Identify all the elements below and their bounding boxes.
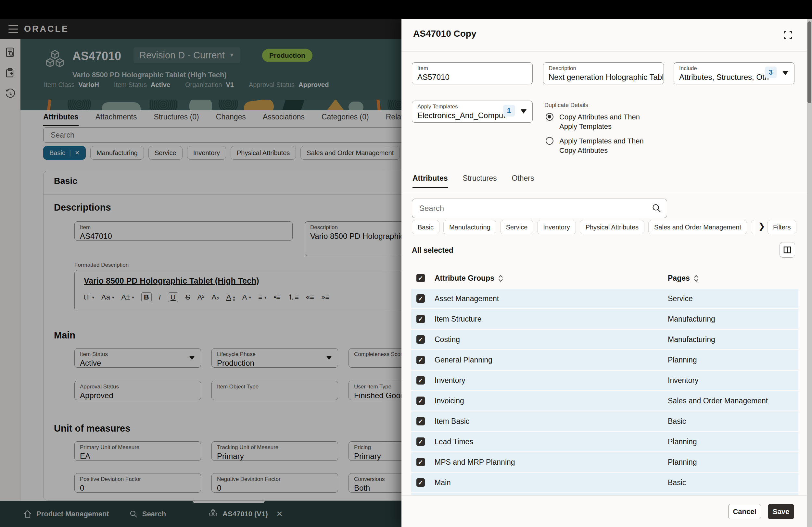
font-color-button[interactable]: A▾ xyxy=(227,293,235,301)
chip-sales-order-mgmt[interactable]: Sales and Order Management xyxy=(648,220,747,234)
history-icon[interactable] xyxy=(4,88,16,99)
highlight-button[interactable]: A▾ xyxy=(242,293,251,301)
font-size-button[interactable]: A±▾ xyxy=(121,293,134,301)
description-field[interactable]: Description Vario 8500 PD Holographic Ta… xyxy=(305,221,402,256)
table-row[interactable]: ✓ Main Basic xyxy=(411,473,798,492)
search-icon[interactable] xyxy=(652,203,661,214)
chip-physical-attributes[interactable]: Physical Attributes xyxy=(231,146,296,160)
sort-icon[interactable] xyxy=(498,274,503,282)
outdent-button[interactable]: «≡ xyxy=(306,293,314,301)
row-checkbox[interactable]: ✓ xyxy=(416,458,425,466)
clipboard-upload-icon[interactable] xyxy=(4,67,16,78)
italic-button[interactable]: I xyxy=(159,293,161,301)
taskbar-home[interactable]: Product Management xyxy=(24,510,109,518)
drawer-search-input[interactable] xyxy=(412,199,667,218)
table-row[interactable]: ✓ Asset Management Service xyxy=(411,289,798,308)
tab-relationships[interactable]: Relationships xyxy=(386,112,402,125)
row-checkbox[interactable]: ✓ xyxy=(416,478,425,487)
chip-purchasing[interactable]: Purchasing xyxy=(751,220,755,234)
tab-structures[interactable]: Structures (0) xyxy=(154,112,199,125)
chip-manufacturing[interactable]: Manufacturing xyxy=(90,146,144,160)
row-checkbox[interactable]: ✓ xyxy=(416,294,425,303)
chip-sales-order-mgmt[interactable]: Sales and Order Management xyxy=(301,146,400,160)
subscript-button[interactable]: A₂ xyxy=(212,293,219,301)
pricing-field[interactable]: Pricing Primary xyxy=(348,441,402,461)
approval-status-field[interactable]: Approval Status Approved xyxy=(74,381,201,400)
superscript-button[interactable]: A² xyxy=(197,293,204,301)
tab-changes[interactable]: Changes xyxy=(216,112,246,125)
font-button[interactable]: Aa▾ xyxy=(101,293,114,301)
tab-associations[interactable]: Associations xyxy=(263,112,305,125)
drawer-tab-attributes[interactable]: Attributes xyxy=(412,174,448,188)
text-style-button[interactable]: tT▾ xyxy=(84,293,94,301)
chip-manufacturing[interactable]: Manufacturing xyxy=(443,220,496,234)
chips-overflow-chevron-icon[interactable]: ❯ xyxy=(758,221,765,231)
bullet-list-button[interactable]: •≡ xyxy=(274,293,280,301)
revision-selector[interactable]: Revision D - Current ▼ xyxy=(133,47,240,63)
table-row[interactable]: ✓ Costing Manufacturing xyxy=(411,330,798,349)
column-attribute-groups[interactable]: Attribute Groups xyxy=(435,274,503,283)
drawer-tab-others[interactable]: Others xyxy=(511,174,534,188)
hamburger-menu-icon[interactable] xyxy=(9,25,18,33)
tab-categories[interactable]: Categories (0) xyxy=(321,112,369,125)
table-row[interactable]: ✓ Item Structure Manufacturing xyxy=(411,309,798,329)
cancel-button[interactable]: Cancel xyxy=(728,504,761,519)
chip-service[interactable]: Service xyxy=(500,220,534,234)
row-checkbox[interactable]: ✓ xyxy=(416,356,425,364)
close-icon[interactable]: ✕ xyxy=(75,149,79,156)
close-icon[interactable]: ✕ xyxy=(276,510,283,518)
tab-attributes[interactable]: Attributes xyxy=(43,112,78,126)
chip-basic-selected[interactable]: Basic | ✕ xyxy=(43,146,86,160)
apply-templates-select[interactable]: Apply Templates Electronics_And_Comput 1 xyxy=(412,101,533,123)
panel-scrollbar-thumb[interactable] xyxy=(808,21,811,103)
bold-button[interactable]: B xyxy=(141,292,152,302)
sort-icon[interactable] xyxy=(694,274,699,282)
positive-deviation-field[interactable]: Positive Deviation Factor 0 xyxy=(74,473,201,493)
row-checkbox[interactable]: ✓ xyxy=(416,335,425,344)
underline-button[interactable]: U xyxy=(168,292,178,302)
attributes-search-input[interactable] xyxy=(43,127,402,143)
row-checkbox[interactable]: ✓ xyxy=(416,315,425,323)
row-checkbox[interactable]: ✓ xyxy=(416,437,425,446)
copy-description-field[interactable]: Description Next generation Holographic … xyxy=(543,62,664,85)
copy-item-field[interactable]: Item AS57010 xyxy=(412,62,533,85)
tracking-uom-field[interactable]: Tracking Unit of Measure Primary xyxy=(212,441,338,461)
filters-button[interactable]: Filters xyxy=(767,220,796,234)
select-all-checkbox[interactable]: ✓ xyxy=(416,274,425,282)
taskbar-search[interactable]: Search xyxy=(129,510,166,518)
chip-inventory[interactable]: Inventory xyxy=(537,220,576,234)
item-object-type-field[interactable]: Item Object Type xyxy=(212,381,338,400)
table-row[interactable]: ✓ General Planning Planning xyxy=(411,350,798,370)
row-checkbox[interactable]: ✓ xyxy=(416,396,425,405)
row-checkbox[interactable]: ✓ xyxy=(416,417,425,425)
item-search-icon[interactable] xyxy=(4,47,16,58)
table-row[interactable]: ✓ Item Basic Basic xyxy=(411,411,798,431)
primary-uom-field[interactable]: Primary Unit of Measure EA xyxy=(74,441,201,461)
negative-deviation-field[interactable]: Negative Deviation Factor 0 xyxy=(212,473,338,493)
drawer-tab-structures[interactable]: Structures xyxy=(463,174,497,188)
numbered-list-button[interactable]: ⒈≡ xyxy=(288,292,299,302)
chip-service[interactable]: Service xyxy=(148,146,183,160)
indent-button[interactable]: »≡ xyxy=(321,293,329,301)
table-row[interactable]: ✓ Invoicing Sales and Order Management xyxy=(411,391,798,410)
expand-icon[interactable] xyxy=(781,28,795,42)
chip-basic[interactable]: Basic xyxy=(412,220,439,234)
table-row[interactable]: ✓ Lead Times Planning xyxy=(411,432,798,451)
completeness-score-field[interactable]: Completeness Score xyxy=(348,348,402,368)
align-button[interactable]: ≡▾ xyxy=(258,293,266,301)
item-status-select[interactable]: Item Status Active xyxy=(74,348,201,368)
strikethrough-button[interactable]: S xyxy=(186,293,190,301)
conversions-field[interactable]: Conversions Both xyxy=(348,473,402,493)
save-button[interactable]: Save xyxy=(768,504,794,519)
include-select[interactable]: Include Attributes, Structures, Oth 3 xyxy=(673,62,795,85)
column-pages[interactable]: Pages xyxy=(668,274,699,283)
chip-inventory[interactable]: Inventory xyxy=(187,146,226,160)
chip-physical-attributes[interactable]: Physical Attributes xyxy=(580,220,644,234)
user-item-type-field[interactable]: User Item Type Finished Good xyxy=(348,381,402,400)
radio-apply-then-copy[interactable]: Apply Templates and Then Copy Attributes xyxy=(546,136,657,155)
radio-copy-then-apply[interactable]: Copy Attributes and Then Apply Templates xyxy=(546,112,657,131)
lifecycle-phase-select[interactable]: Lifecycle Phase Production xyxy=(212,348,338,368)
item-field[interactable]: Item AS47010 xyxy=(74,221,293,241)
table-row[interactable]: ✓ Inventory Inventory xyxy=(411,371,798,390)
row-checkbox[interactable]: ✓ xyxy=(416,376,425,385)
